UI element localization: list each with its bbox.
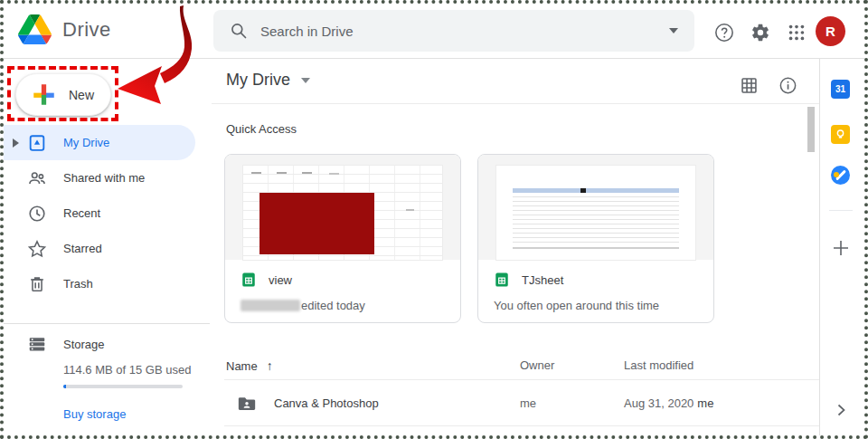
column-label: Last modified (624, 358, 693, 372)
column-label: Name (226, 359, 258, 373)
google-keep-icon[interactable] (831, 125, 850, 144)
thumbnail-table-total-row (513, 247, 680, 249)
google-calendar-icon[interactable]: 31 (831, 80, 850, 99)
sidebar-item-trash[interactable]: Trash (4, 266, 210, 301)
quick-access-card-view[interactable]: view edited today (224, 154, 461, 323)
vertical-scrollbar-thumb[interactable] (807, 107, 815, 152)
sidebar-item-label: Trash (63, 277, 93, 291)
search-options-caret-icon[interactable] (669, 28, 678, 33)
column-header-owner[interactable]: Owner (520, 358, 554, 372)
trash-icon (27, 274, 47, 294)
file-last-modified: Aug 31, 2020me (624, 396, 713, 410)
storage-usage-text: 114.6 MB of 15 GB used (63, 363, 191, 377)
sort-ascending-icon[interactable]: ↑ (267, 358, 273, 373)
new-button[interactable]: New (15, 73, 111, 116)
file-name: Canva & Photoshop (274, 396, 379, 410)
breadcrumb[interactable]: My Drive (226, 71, 310, 90)
quick-access-title: Quick Access (226, 122, 297, 136)
breadcrumb-caret-icon[interactable] (301, 78, 310, 83)
thumbnail-table (513, 188, 680, 247)
page-title: My Drive (226, 71, 290, 90)
shared-folder-icon (237, 394, 257, 414)
google-tasks-icon[interactable] (831, 166, 850, 185)
screenshot-frame: Drive R (0, 0, 868, 439)
table-header-divider (224, 379, 819, 380)
card-meta: TJsheet You often open around this time (478, 260, 713, 312)
my-drive-icon (27, 133, 47, 153)
thumbnail-red-block (259, 193, 375, 254)
search-icon (230, 22, 248, 40)
card-title: TJsheet (522, 273, 563, 287)
grid-view-icon[interactable] (740, 76, 759, 95)
spreadsheet-thumbnail (225, 155, 460, 260)
top-app-bar: Drive R (4, 4, 864, 59)
sidebar-item-label: Recent (63, 206, 100, 220)
modified-date: Aug 31, 2020 (624, 396, 693, 410)
storage-progress-fill (63, 385, 66, 388)
new-plus-icon (32, 82, 56, 107)
avatar-letter: R (826, 24, 835, 39)
table-row-divider (224, 425, 819, 426)
spreadsheet-thumbnail (478, 155, 713, 260)
storage-icon (27, 334, 47, 354)
app-title: Drive (62, 18, 111, 42)
drive-logo-icon (18, 14, 52, 44)
card-subtitle-text: You often open around this time (494, 299, 659, 312)
sidebar-divider (4, 323, 210, 324)
thumbnail-table-rows (513, 193, 680, 247)
sidebar-nav: My Drive Shared with me Recent (4, 125, 210, 301)
new-button-label: New (69, 88, 94, 102)
thumbnail-header-marks (251, 172, 261, 174)
help-icon[interactable] (714, 23, 734, 43)
sidebar-item-label: Starred (63, 242, 102, 255)
info-icon[interactable] (778, 76, 797, 95)
card-title: view (269, 273, 292, 287)
buy-storage-link[interactable]: Buy storage (63, 407, 126, 421)
shared-with-me-icon (27, 168, 47, 188)
table-row[interactable]: Canva & Photoshop me Aug 31, 2020me (224, 381, 819, 425)
file-owner: me (520, 396, 536, 410)
starred-star-icon (27, 239, 47, 259)
thumbnail-text-mark (406, 209, 414, 211)
thumbnail-page (496, 166, 695, 260)
google-sheets-icon (241, 272, 257, 288)
add-panel-icon[interactable] (830, 237, 852, 259)
search-input[interactable] (260, 24, 669, 39)
sidebar-item-label: Shared with me (63, 171, 145, 185)
column-header-last-modified[interactable]: Last modified (624, 358, 693, 372)
sidebar-item-shared-with-me[interactable]: Shared with me (4, 160, 210, 196)
account-avatar[interactable]: R (816, 16, 845, 46)
chevron-right-icon[interactable] (834, 403, 848, 417)
tasks-dot-glyph (834, 172, 839, 177)
right-rail-separator (829, 210, 853, 211)
column-header-name[interactable]: Name ↑ (226, 358, 273, 373)
calendar-date-label: 31 (835, 84, 845, 94)
card-meta: view edited today (225, 260, 460, 312)
redacted-text (241, 300, 300, 311)
search-bar[interactable] (213, 10, 694, 52)
recent-clock-icon (27, 204, 47, 224)
column-label: Owner (520, 358, 554, 372)
sidebar-item-starred[interactable]: Starred (4, 231, 210, 266)
sidebar-item-recent[interactable]: Recent (4, 196, 210, 231)
drive-logo[interactable]: Drive (18, 14, 111, 44)
sidebar-item-my-drive[interactable]: My Drive (4, 125, 195, 160)
apps-grid-icon[interactable] (787, 23, 807, 43)
modified-by: me (697, 396, 713, 410)
expand-caret-icon[interactable] (4, 138, 27, 148)
right-rail-divider (819, 59, 820, 435)
card-subtitle-text: edited today (301, 299, 365, 312)
storage-progress-bar (63, 385, 183, 388)
storage-label: Storage (63, 338, 105, 351)
settings-gear-icon[interactable] (750, 23, 770, 43)
header-divider (212, 103, 819, 104)
quick-access-card-tjsheet[interactable]: TJsheet You often open around this time (477, 154, 714, 323)
card-subtitle: You often open around this time (494, 299, 698, 312)
sidebar-item-label: My Drive (63, 136, 109, 149)
google-sheets-icon (494, 272, 510, 288)
keep-bulb-glyph (835, 129, 846, 140)
sidebar-item-storage[interactable]: Storage (4, 329, 105, 359)
thumbnail-page (243, 166, 442, 260)
card-subtitle: edited today (241, 299, 445, 312)
